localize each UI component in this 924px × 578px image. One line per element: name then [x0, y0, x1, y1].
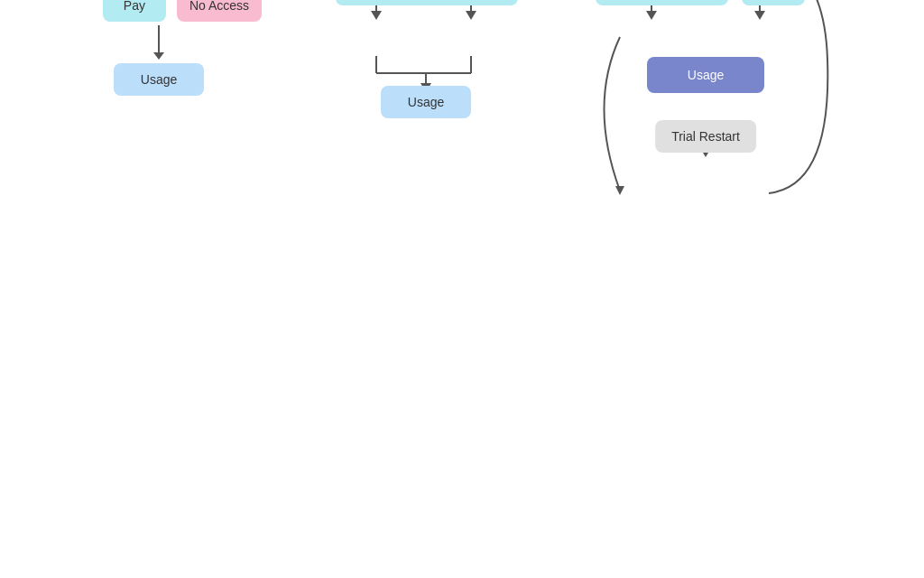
reverse-trial-column: Reverse Trial 25% 15% [579, 0, 832, 578]
svg-marker-5 [371, 11, 382, 20]
trial-usage-box: Usage [114, 63, 204, 96]
freemium-continue-box: Continue Freemium [385, 0, 518, 5]
freemium-usage-box: Usage [381, 86, 471, 118]
rt-usage-box: Usage [647, 57, 764, 93]
rt-continue-box: Continue Freemium [596, 0, 728, 5]
freemium-column: Freemium 5% 25% [327, 0, 525, 556]
svg-marker-26 [754, 11, 765, 20]
svg-marker-36 [615, 186, 624, 195]
trial-pay-box: Pay [103, 0, 166, 22]
trial-options-row: Pay No Access [103, 0, 262, 22]
diagram-container: Trial Trial-End 15% Pay No Access Usage … [0, 0, 924, 578]
svg-marker-9 [466, 11, 476, 20]
trial-no-access-box: No Access [177, 0, 262, 22]
rt-svg-arrows: 25% 15% [570, 0, 841, 312]
trial-column: Trial Trial-End 15% Pay No Access Usage [92, 0, 273, 96]
rt-pay-box: Pay [742, 0, 805, 5]
svg-marker-22 [646, 11, 657, 20]
rt-restart-box: Trial Restart [655, 120, 756, 153]
